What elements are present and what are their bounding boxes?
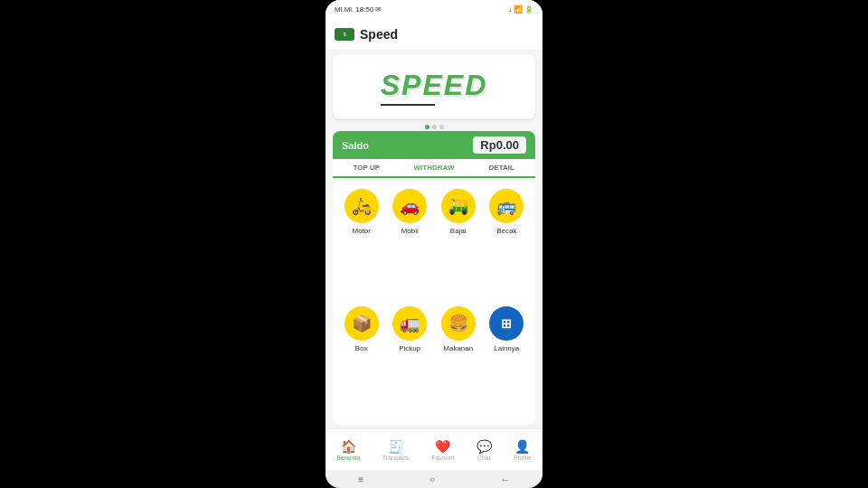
- wifi-icon: 📶: [514, 5, 523, 14]
- service-mobil[interactable]: 🚗 Mobil: [389, 189, 432, 301]
- tab-top-up[interactable]: TOP UP: [333, 159, 401, 178]
- phone-frame: Ml.Ml. 18:50 ✉ ↓ 📶 🔋 S Speed SPEED Saldo…: [326, 0, 542, 488]
- pickup-icon: 🚛: [392, 306, 427, 341]
- pickup-label: Pickup: [399, 344, 420, 352]
- status-right: ↓ 📶 🔋: [508, 5, 533, 14]
- becak-icon: 🚌: [489, 189, 524, 223]
- service-makanan[interactable]: 🍔 Makanan: [437, 306, 480, 418]
- tab-detail[interactable]: DETAIL: [467, 159, 535, 178]
- nav-transaksi[interactable]: 🧾 Transaksi: [382, 439, 410, 461]
- mobil-label: Mobil: [401, 227, 419, 235]
- makanan-label: Makanan: [443, 344, 473, 352]
- brand-underline: [381, 104, 435, 106]
- box-label: Box: [355, 344, 368, 352]
- bajai-label: Bajai: [450, 227, 467, 235]
- back-button[interactable]: ←: [501, 474, 510, 484]
- beranda-label: Beranda: [336, 455, 360, 461]
- app-header: S Speed: [326, 18, 542, 51]
- menu-button[interactable]: ≡: [358, 474, 363, 484]
- saldo-section: Saldo Rp0.00: [333, 131, 535, 159]
- nav-favourit[interactable]: ❤️ Favourit: [431, 439, 454, 461]
- service-becak[interactable]: 🚌 Becak: [486, 189, 529, 301]
- signal-icon: Ml.Ml.: [335, 5, 354, 14]
- dot-2: [432, 125, 437, 129]
- service-pickup[interactable]: 🚛 Pickup: [389, 306, 432, 418]
- chat-label: Chat: [477, 455, 491, 461]
- transaksi-label: Transaksi: [382, 455, 410, 461]
- time-display: 18:50: [355, 5, 373, 14]
- box-icon: 📦: [344, 306, 379, 341]
- lainnya-icon: ⊞: [489, 306, 524, 341]
- motor-icon: 🛵: [344, 189, 379, 223]
- message-icon: ✉: [375, 5, 382, 14]
- brand-logo: SPEED: [381, 69, 487, 102]
- dot-1: [425, 125, 429, 129]
- banner-dots: [326, 125, 542, 129]
- beranda-icon: 🏠: [341, 439, 356, 454]
- makanan-icon: 🍔: [441, 306, 476, 341]
- app-logo: S: [335, 28, 354, 41]
- tab-withdraw[interactable]: WITHDRAW: [401, 159, 468, 178]
- profile-icon: 👤: [514, 439, 530, 454]
- services-grid: 🛵 Motor 🚗 Mobil 🛺 Bajai 🚌 Becak 📦 Box 🚛 …: [333, 182, 535, 425]
- service-lainnya[interactable]: ⊞ Lainnya: [486, 306, 529, 418]
- home-button[interactable]: ○: [429, 474, 435, 484]
- download-icon: ↓: [508, 5, 512, 14]
- nav-chat[interactable]: 💬 Chat: [476, 439, 492, 461]
- bajai-icon: 🛺: [441, 189, 476, 223]
- nav-beranda[interactable]: 🏠 Beranda: [336, 439, 360, 461]
- mobil-icon: 🚗: [392, 189, 427, 223]
- favourit-label: Favourit: [431, 455, 454, 461]
- saldo-label: Saldo: [342, 140, 369, 151]
- profile-label: Profile: [514, 455, 532, 461]
- logo-text: S: [344, 32, 346, 37]
- transaksi-icon: 🧾: [388, 439, 403, 454]
- bottom-nav: 🏠 Beranda 🧾 Transaksi ❤️ Favourit 💬 Chat…: [326, 428, 542, 470]
- service-box[interactable]: 📦 Box: [340, 306, 383, 418]
- app-title: Speed: [360, 27, 398, 42]
- status-bar: Ml.Ml. 18:50 ✉ ↓ 📶 🔋: [326, 0, 542, 18]
- lainnya-label: Lainnya: [494, 344, 519, 352]
- service-bajai[interactable]: 🛺 Bajai: [437, 189, 480, 301]
- motor-label: Motor: [353, 227, 371, 235]
- action-tabs: TOP UP WITHDRAW DETAIL: [333, 159, 535, 178]
- banner: SPEED: [333, 54, 535, 119]
- nav-profile[interactable]: 👤 Profile: [514, 439, 532, 461]
- dot-3: [439, 125, 444, 129]
- service-motor[interactable]: 🛵 Motor: [340, 189, 383, 301]
- android-nav: ≡ ○ ←: [326, 470, 542, 488]
- status-left: Ml.Ml. 18:50 ✉: [335, 5, 382, 14]
- chat-icon: 💬: [476, 439, 492, 454]
- favourit-icon: ❤️: [435, 439, 450, 454]
- becak-label: Becak: [496, 227, 516, 235]
- battery-icon: 🔋: [524, 5, 533, 14]
- saldo-amount: Rp0.00: [473, 136, 526, 154]
